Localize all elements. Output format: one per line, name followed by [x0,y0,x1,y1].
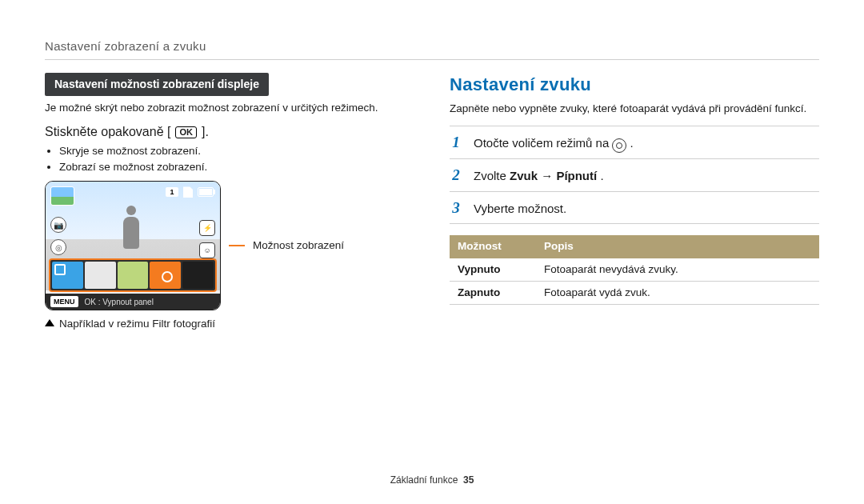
step-number: 2 [450,165,462,186]
table-row: Zapnuto Fotoaparát vydá zvuk. [450,281,819,304]
footer-section: Základní funkce [390,474,458,486]
options-table: Možnost Popis Vypnuto Fotoaparát nevydáv… [450,235,819,305]
screenshot-with-callout: 1 📷 ◎ ⚡ ☺ [45,181,414,310]
menu-button-icon: MENU [50,296,78,307]
table-header-cell: Možnost [450,235,536,258]
ok-button-icon: OK [175,126,197,138]
breadcrumb: Nastavení zobrazení a zvuku [45,38,819,60]
step-text-part: Zvolte [474,169,510,182]
option-desc-cell: Fotoaparát nevydává zvuky. [536,258,819,282]
press-ok-instruction: Stiskněte opakovaně [ OK ]. [45,123,414,141]
strip-tile [118,262,149,289]
left-column: Nastavení možnosti zobrazení displeje Je… [45,73,414,331]
flash-icon: ⚡ [199,220,215,236]
top-indicators: 1 [166,186,214,198]
manual-page: Nastavení zobrazení a zvuku Nastavení mo… [0,0,864,504]
ring-icon: ◎ [50,239,66,255]
left-side-icons: 📷 ◎ [50,217,66,255]
battery-icon [198,187,214,197]
step-text: Vyberte možnost. [474,201,566,217]
camera-mode-icon: 📷 [50,217,66,233]
step-number: 1 [450,132,462,153]
step-text: Zvolte Zvuk → Pípnutí . [474,168,604,184]
gear-icon [612,138,626,153]
camera-screenshot: 1 📷 ◎ ⚡ ☺ [45,181,221,310]
bullet-item: Zobrazí se možnost zobrazení. [59,160,414,174]
bullet-item: Skryje se možnost zobrazení. [59,144,414,158]
step-text-part: . [630,136,634,150]
strip-tile [182,262,214,289]
step-text-prefix: Stiskněte opakovaně [ [45,123,170,141]
strip-tile [85,262,116,289]
display-option-strip [49,258,217,292]
step-text-bold: Pípnutí [556,169,597,182]
step-text-part: . [600,169,603,182]
step-row: 3 Vyberte možnost. [450,191,819,225]
table-row: Vypnuto Fotoaparát nevydává zvuky. [450,258,819,282]
section-intro: Je možné skrýt nebo zobrazit možnost zob… [45,101,414,115]
thumbnail-icon [50,186,74,206]
step-row: 2 Zvolte Zvuk → Pípnutí . [450,158,819,191]
right-side-icons: ⚡ ☺ [199,220,215,258]
callout-leader-line [229,245,245,246]
screenshot-caption: Například v režimu Filtr fotografií [45,317,414,331]
numbered-steps: 1 Otočte voličem režimů na . 2 Zvolte Zv… [450,126,819,224]
step-text-part: Otočte voličem režimů na [474,136,612,150]
table-header-row: Možnost Popis [450,235,819,258]
strip-tile [150,262,181,289]
callout-label: Možnost zobrazení [253,238,344,253]
two-column-layout: Nastavení možnosti zobrazení displeje Je… [45,73,819,331]
sd-card-icon [183,186,193,198]
footer-hint: OK : Vypnout panel [85,297,154,308]
strip-tile [52,262,83,289]
section-pill: Nastavení možnosti zobrazení displeje [45,73,269,96]
face-detect-icon: ☺ [199,242,215,258]
subject-silhouette [118,206,145,257]
screenshot-footer-bar: MENU OK : Vypnout panel [46,294,220,310]
step-text-suffix: ]. [202,123,209,141]
page-number: 35 [463,474,474,486]
page-footer: Základní funkce 35 [0,474,864,486]
option-desc-cell: Fotoaparát vydá zvuk. [536,281,819,304]
option-name-cell: Vypnuto [450,258,536,282]
section-intro: Zapněte nebo vypněte zvuky, které fotoap… [450,102,819,116]
effect-bullets: Skryje se možnost zobrazení. Zobrazí se … [45,144,414,174]
section-heading: Nastavení zvuku [450,73,819,97]
step-text: Otočte voličem režimů na . [474,135,634,153]
arrow-separator: → [541,169,556,182]
step-row: 1 Otočte voličem režimů na . [450,126,819,158]
option-name-cell: Zapnuto [450,281,536,304]
table-header-cell: Popis [536,235,819,258]
triangle-up-icon [45,319,54,326]
counter-badge: 1 [166,187,178,197]
right-column: Nastavení zvuku Zapněte nebo vypněte zvu… [450,73,819,331]
step-text-bold: Zvuk [510,169,538,182]
step-number: 3 [450,198,462,218]
caption-text: Například v režimu Filtr fotografií [59,318,215,330]
